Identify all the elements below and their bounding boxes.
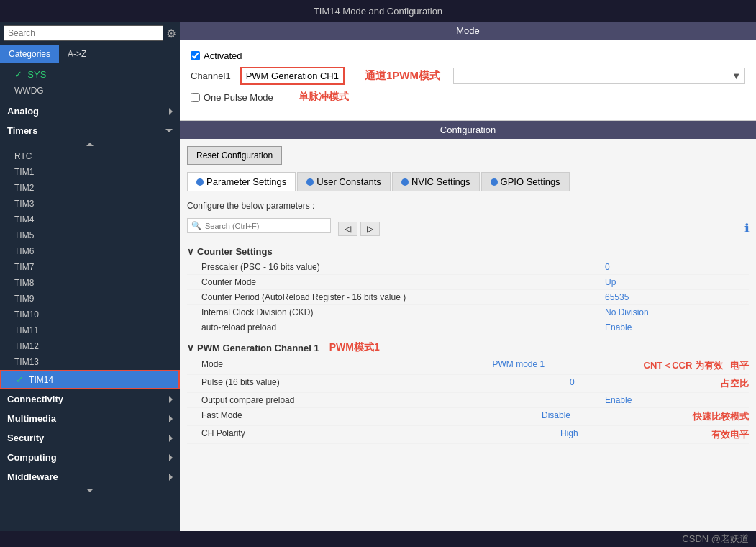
chevron-right-icon-computing	[169, 454, 173, 461]
mode-section: Activated Channel1 PWM Generation CH1 通道…	[180, 40, 756, 121]
fast-mode-annotation: 快速比较模式	[693, 410, 749, 423]
sidebar-item-tim1[interactable]: TIM1	[0, 164, 180, 180]
mode-section-header: Mode	[180, 22, 756, 40]
content-area: Mode Activated Channel1 PWM Generation C…	[180, 22, 756, 531]
sidebar-item-sys[interactable]: ✓ SYS	[0, 66, 180, 83]
search-icon: 🔍	[191, 221, 201, 230]
activated-label[interactable]: Activated	[191, 50, 242, 61]
search-params-input[interactable]	[205, 222, 327, 230]
tab-dot-nvic	[401, 178, 409, 186]
config-section-header: Configuration	[180, 121, 756, 139]
nav-prev-button[interactable]: ◁	[338, 222, 357, 236]
nav-buttons: ◁ ▷	[338, 222, 380, 236]
scroll-up-icon[interactable]	[86, 143, 94, 146]
chevron-right-icon-analog	[169, 108, 173, 115]
activated-row: Activated	[191, 50, 745, 61]
sidebar-section-security[interactable]: Security	[0, 428, 180, 448]
channel1-select-wrapper: PWM Generation CH1	[240, 67, 345, 85]
bottom-bar: CSDN @老妖道	[0, 531, 756, 547]
config-body: Reset Configuration Parameter Settings U…	[180, 139, 756, 451]
params-row-counter-period: Counter Period (AutoReload Register - 16…	[187, 290, 749, 305]
search-params-row: 🔍 ◁ ▷ ℹ	[187, 218, 749, 239]
tab-dot-gpio	[491, 178, 498, 186]
ch-polarity-annotation: 有效电平	[711, 428, 749, 441]
tab-dot-params	[196, 178, 204, 186]
params-row-output-compare: Output compare preload Enable	[187, 393, 749, 408]
config-section: Configuration Reset Configuration Parame…	[180, 121, 756, 531]
sidebar-section-middleware[interactable]: Middleware	[0, 467, 180, 487]
sidebar-section-connectivity[interactable]: Connectivity	[0, 389, 180, 409]
reset-config-button[interactable]: Reset Configuration	[187, 146, 282, 165]
sidebar-item-tim3[interactable]: TIM3	[0, 196, 180, 212]
window-title: TIM14 Mode and Configuration	[314, 6, 442, 17]
search-bar: 🔍	[187, 218, 331, 233]
sidebar-item-tim6[interactable]: TIM6	[0, 243, 180, 259]
channel1-value: PWM Generation CH1	[242, 68, 343, 83]
tab-parameter-settings[interactable]: Parameter Settings	[187, 172, 296, 191]
sidebar-section-timers[interactable]: Timers	[0, 121, 180, 140]
channel1-annotation: 通道1PWM模式	[365, 69, 440, 83]
sidebar-item-tim8[interactable]: TIM8	[0, 275, 180, 291]
sidebar-item-tim11[interactable]: TIM11	[0, 322, 180, 338]
one-pulse-checkbox[interactable]	[191, 93, 200, 102]
sidebar-item-tim7[interactable]: TIM7	[0, 259, 180, 275]
sidebar-item-tim9[interactable]: TIM9	[0, 291, 180, 307]
channel1-row: Channel1 PWM Generation CH1 通道1PWM模式 ▼	[191, 67, 745, 85]
chevron-right-icon-security	[169, 435, 173, 442]
pwm-mode-annotation1: CNT＜CCR 为有效	[644, 359, 724, 372]
watermark: CSDN @老妖道	[682, 533, 749, 546]
sidebar: ⚙ Categories A->Z ✓ SYS WWDG Analog Time…	[0, 22, 180, 531]
sidebar-section-analog[interactable]: Analog	[0, 101, 180, 121]
configure-text: Configure the below parameters :	[187, 197, 749, 214]
tab-dot-user	[306, 178, 314, 186]
counter-settings-header: ∨ Counter Settings	[187, 243, 749, 260]
sidebar-item-tim10[interactable]: TIM10	[0, 307, 180, 322]
pulse-annotation: 占空比	[721, 377, 749, 390]
sidebar-tabs: Categories A->Z	[0, 45, 180, 63]
check-icon-tim14: ✓	[16, 374, 24, 385]
one-pulse-annotation: 单脉冲模式	[299, 91, 349, 104]
tab-user-constants[interactable]: User Constants	[297, 172, 391, 191]
pwm-header-annotation: PWM模式1	[329, 341, 380, 354]
params-row-pulse: Pulse (16 bits value) 0 占空比	[187, 375, 749, 393]
params-table: ∨ Counter Settings Prescaler (PSC - 16 b…	[187, 243, 749, 444]
tab-gpio-settings[interactable]: GPIO Settings	[481, 172, 570, 191]
sidebar-item-tim13[interactable]: TIM13	[0, 354, 180, 370]
timers-list: RTC TIM1 TIM2 TIM3 TIM4 TIM5 TIM6 TIM7 T…	[0, 140, 180, 389]
gear-icon[interactable]: ⚙	[166, 27, 176, 40]
tab-categories[interactable]: Categories	[0, 45, 59, 63]
tab-az[interactable]: A->Z	[59, 45, 95, 63]
pwm-collapse-icon[interactable]: ∨	[187, 343, 194, 353]
pwm-settings-header: ∨ PWM Generation Channel 1 PWM模式1	[187, 338, 749, 357]
config-tabs: Parameter Settings User Constants NVIC S…	[187, 172, 749, 191]
params-row-mode: Mode PWM mode 1 CNT＜CCR 为有效 电平	[187, 357, 749, 375]
chevron-right-icon-connectivity	[169, 396, 173, 403]
chevron-right-icon-middleware	[169, 474, 173, 481]
sidebar-section-multimedia[interactable]: Multimedia	[0, 409, 180, 428]
sidebar-item-tim14[interactable]: ✓ TIM14	[0, 370, 180, 389]
channel1-label: Channel1	[191, 71, 231, 81]
params-row-ch-polarity: CH Polarity High 有效电平	[187, 426, 749, 444]
nav-next-button[interactable]: ▷	[360, 222, 380, 236]
sidebar-item-tim12[interactable]: TIM12	[0, 338, 180, 354]
sidebar-section-computing[interactable]: Computing	[0, 448, 180, 467]
chevron-right-icon-multimedia	[169, 415, 173, 422]
search-input[interactable]	[4, 25, 163, 41]
sidebar-item-tim5[interactable]: TIM5	[0, 227, 180, 243]
chevron-down-icon-timers	[165, 129, 173, 132]
params-row-counter-mode: Counter Mode Up	[187, 275, 749, 290]
counter-collapse-icon[interactable]: ∨	[187, 246, 194, 257]
sidebar-search-bar: ⚙	[0, 22, 180, 45]
window-titlebar: TIM14 Mode and Configuration	[0, 0, 756, 22]
params-row-fast-mode: Fast Mode Disable 快速比较模式	[187, 408, 749, 426]
tab-nvic-settings[interactable]: NVIC Settings	[392, 172, 480, 191]
sidebar-item-wwdg[interactable]: WWDG	[0, 83, 180, 99]
sidebar-item-tim4[interactable]: TIM4	[0, 212, 180, 227]
info-icon: ℹ	[744, 222, 749, 235]
activated-checkbox[interactable]	[191, 51, 200, 60]
sidebar-item-tim2[interactable]: TIM2	[0, 180, 180, 196]
pwm-mode-annotation2: 电平	[730, 359, 749, 372]
channel1-dropdown-arrow[interactable]: ▼	[732, 71, 741, 81]
scroll-down-icon[interactable]	[86, 489, 94, 492]
sidebar-item-rtc[interactable]: RTC	[0, 148, 180, 164]
